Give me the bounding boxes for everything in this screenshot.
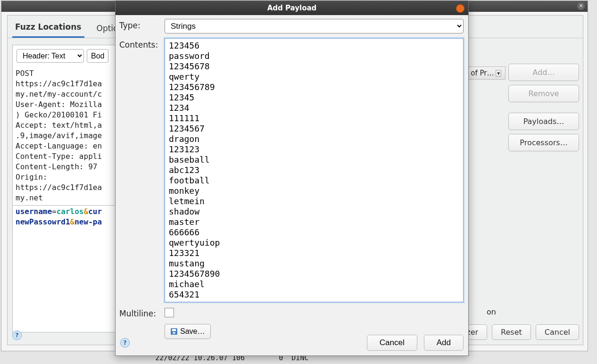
- payload-actions: Add… Remove Payloads… Processors…: [508, 64, 579, 151]
- contents-label: Contents:: [119, 38, 162, 50]
- dialog-footer: ? Cancel Add: [116, 331, 468, 356]
- request-viewer: Header: Text Bod POST https://ac9c1f7d1e…: [12, 45, 119, 332]
- cancel-button[interactable]: Cancel: [367, 335, 417, 351]
- help-icon[interactable]: ?: [120, 338, 130, 347]
- payloads-table-header[interactable]: of Pr… ▾: [466, 66, 506, 80]
- multiline-checkbox[interactable]: [165, 308, 174, 317]
- dialog-title: Add Payload: [116, 1, 468, 15]
- header-view-select[interactable]: Header: Text: [17, 49, 84, 63]
- remove-location-button[interactable]: Remove: [508, 85, 579, 102]
- add-button[interactable]: Add: [424, 335, 464, 351]
- processors-button[interactable]: Processors…: [508, 134, 579, 151]
- column-header-label: of Pr…: [471, 69, 494, 77]
- request-headers-text[interactable]: POST https://ac9c1f7d1ea my.net/my-accou…: [13, 66, 119, 205]
- cancel-button[interactable]: Cancel: [536, 324, 579, 340]
- payload-type-select[interactable]: Strings: [165, 19, 464, 33]
- column-picker-icon[interactable]: ▾: [496, 70, 501, 77]
- reset-button[interactable]: Reset: [492, 324, 531, 340]
- close-icon[interactable]: ✕: [577, 2, 585, 10]
- payloads-button[interactable]: Payloads…: [508, 113, 579, 130]
- payload-contents-textarea[interactable]: [165, 38, 464, 302]
- request-body-text[interactable]: username=carlos&cur newPassowrd1&new-pa: [13, 205, 119, 228]
- add-location-button[interactable]: Add…: [508, 64, 579, 81]
- request-viewer-toolbar: Header: Text Bod: [13, 45, 119, 66]
- multiline-label: Multiline:: [119, 307, 162, 318]
- type-label: Type:: [119, 19, 162, 30]
- body-view-button[interactable]: Bod: [87, 49, 108, 63]
- description-suffix-text: on: [487, 307, 496, 316]
- help-icon[interactable]: ?: [12, 331, 22, 340]
- close-icon[interactable]: [456, 4, 464, 13]
- tab-fuzz-locations[interactable]: Fuzz Locations: [12, 18, 84, 38]
- add-payload-dialog: Add Payload Type: Strings Contents: Mult…: [115, 0, 469, 356]
